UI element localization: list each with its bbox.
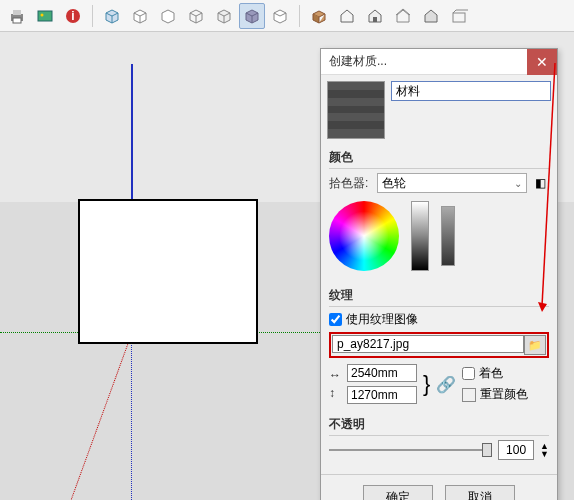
close-button[interactable]: ✕ xyxy=(527,49,557,75)
color-section-label: 颜色 xyxy=(329,149,549,169)
opacity-thumb[interactable] xyxy=(482,443,492,457)
texture-section-label: 纹理 xyxy=(329,287,549,307)
use-texture-check-input[interactable] xyxy=(329,313,342,326)
tool-cube3-icon[interactable] xyxy=(155,3,181,29)
tool-box-icon[interactable] xyxy=(306,3,332,29)
picker-select[interactable]: 色轮 ⌄ xyxy=(377,173,527,193)
height-arrow-icon: ↕ xyxy=(329,386,341,400)
reset-color-button[interactable]: 重置颜色 xyxy=(462,386,528,403)
opacity-input[interactable] xyxy=(498,440,534,460)
svg-rect-1 xyxy=(13,10,21,15)
ok-button[interactable]: 确定 xyxy=(363,485,433,500)
eyedrop-icon[interactable]: ◧ xyxy=(531,176,549,190)
material-name-input[interactable] xyxy=(391,81,551,101)
cancel-button[interactable]: 取消 xyxy=(445,485,515,500)
material-preview xyxy=(327,81,385,139)
picker-value: 色轮 xyxy=(382,175,406,192)
svg-point-4 xyxy=(41,13,44,16)
svg-text:i: i xyxy=(71,9,74,23)
brightness-slider[interactable] xyxy=(411,201,429,271)
tool-scene-icon[interactable] xyxy=(32,3,58,29)
svg-rect-2 xyxy=(13,18,21,23)
main-toolbar: i xyxy=(0,0,574,32)
tool-cube2-icon[interactable] xyxy=(127,3,153,29)
tool-cube7-icon[interactable] xyxy=(267,3,293,29)
opacity-spinner[interactable]: ▲▼ xyxy=(540,442,549,458)
tool-box2-icon[interactable] xyxy=(446,3,472,29)
svg-rect-3 xyxy=(38,11,52,21)
link-icon[interactable]: 🔗 xyxy=(436,375,456,394)
picker-label: 拾色器: xyxy=(329,175,373,192)
texture-file-row: 📁 xyxy=(329,332,549,358)
alpha-preview xyxy=(441,206,455,266)
tool-cube4-icon[interactable] xyxy=(183,3,209,29)
tool-print-icon[interactable] xyxy=(4,3,30,29)
color-wheel[interactable] xyxy=(329,201,399,271)
tool-house1-icon[interactable] xyxy=(334,3,360,29)
tool-house4-icon[interactable] xyxy=(418,3,444,29)
use-texture-label: 使用纹理图像 xyxy=(346,311,418,328)
bracket-icon: } xyxy=(423,371,430,397)
use-texture-checkbox[interactable]: 使用纹理图像 xyxy=(329,311,549,328)
texture-height-input[interactable] xyxy=(347,386,417,404)
tool-house3-icon[interactable] xyxy=(390,3,416,29)
dialog-titlebar[interactable]: 创建材质... ✕ xyxy=(321,49,557,75)
tool-house2-icon[interactable] xyxy=(362,3,388,29)
create-material-dialog: 创建材质... ✕ 颜色 拾色器: 色轮 ⌄ ◧ 纹理 使用纹理图像 xyxy=(320,48,558,500)
svg-rect-8 xyxy=(453,13,465,22)
tool-help-icon[interactable]: i xyxy=(60,3,86,29)
model-face[interactable] xyxy=(78,199,258,344)
chevron-down-icon: ⌄ xyxy=(514,178,522,189)
opacity-section-label: 不透明 xyxy=(329,416,549,436)
axis-blue-neg xyxy=(131,334,132,500)
tool-cube6-icon[interactable] xyxy=(239,3,265,29)
dialog-title-text: 创建材质... xyxy=(329,53,527,70)
svg-rect-7 xyxy=(373,17,377,22)
opacity-slider[interactable] xyxy=(329,443,492,457)
tool-cube5-icon[interactable] xyxy=(211,3,237,29)
colorize-checkbox[interactable]: 着色 xyxy=(462,365,528,382)
browse-button[interactable]: 📁 xyxy=(524,335,546,355)
texture-file-input[interactable] xyxy=(332,335,524,353)
width-arrow-icon: ↔ xyxy=(329,368,341,382)
tool-cube1-icon[interactable] xyxy=(99,3,125,29)
texture-width-input[interactable] xyxy=(347,364,417,382)
